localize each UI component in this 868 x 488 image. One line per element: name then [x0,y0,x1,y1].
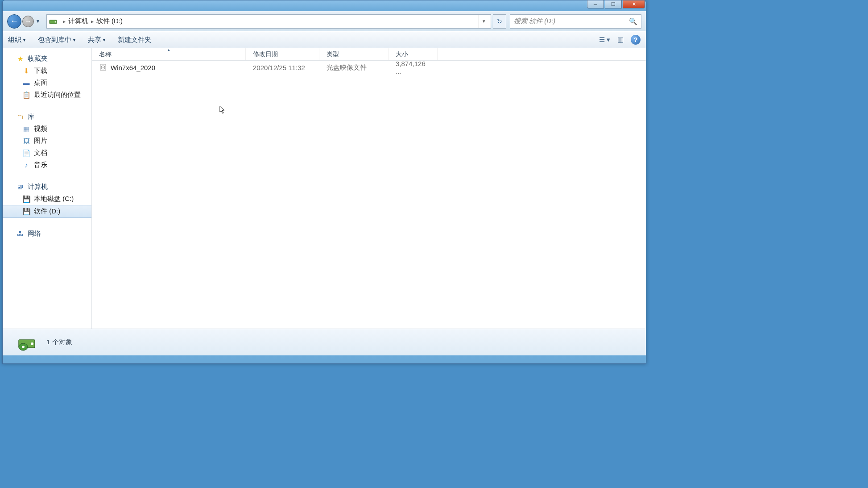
col-type-label: 类型 [327,50,339,58]
search-icon[interactable]: 🔍 [629,17,637,25]
include-label: 包含到库中 [38,36,71,44]
refresh-button[interactable]: ↻ [493,14,506,29]
preview-icon: ▥ [617,36,624,44]
documents-label: 文档 [34,149,47,157]
share-menu[interactable]: 共享 ▾ [88,36,105,44]
svg-point-8 [22,346,25,348]
sidebar-item-computer[interactable]: 🖳 计算机 [3,181,91,193]
svg-point-4 [103,67,103,68]
organize-menu[interactable]: 组织 ▾ [8,36,25,44]
file-list-area[interactable]: 名称 ▴ 修改日期 类型 大小 Win7x64_2020 [92,48,646,329]
sidebar-item-network[interactable]: 🖧 网络 [3,228,91,240]
forward-button[interactable]: → [22,16,34,27]
col-size-label: 大小 [396,50,408,58]
file-size: 3,874,126 ... [396,60,430,75]
column-headers: 名称 ▴ 修改日期 类型 大小 [92,48,646,61]
organize-label: 组织 [8,36,21,44]
include-in-library-menu[interactable]: 包含到库中 ▾ [38,36,75,44]
sidebar-item-music[interactable]: ♪ 音乐 [3,159,91,171]
minimize-button[interactable]: ─ [587,0,604,8]
cursor-icon [219,106,227,115]
sidebar-item-libraries[interactable]: 🗀 库 [3,111,91,123]
status-count: 1 个对象 [46,338,72,346]
search-input[interactable]: 搜索 软件 (D:) 🔍 [510,14,641,29]
computer-group: 🖳 计算机 💾 本地磁盘 (C:) 💾 软件 (D:) [3,181,91,218]
desktop-label: 桌面 [34,79,47,87]
address-separator[interactable]: ▸ [63,18,66,25]
download-icon: ⬇ [22,67,30,75]
maximize-button[interactable]: ☐ [605,0,622,8]
file-date-cell: 2020/12/25 11:32 [246,64,319,71]
favorites-group: ★ 收藏夹 ⬇ 下载 ▬ 桌面 📋 最近访问的位置 [3,53,91,101]
column-name[interactable]: 名称 ▴ [92,48,246,60]
address-segment-computer[interactable]: 计算机 [68,17,88,25]
view-mode-button[interactable]: ☰ ▾ [599,36,610,44]
video-icon: ▦ [22,125,30,133]
window-controls: ─ ☐ ✕ [587,0,645,8]
sidebar-item-documents[interactable]: 📄 文档 [3,147,91,159]
sidebar-item-videos[interactable]: ▦ 视频 [3,123,91,135]
videos-label: 视频 [34,125,47,133]
column-size[interactable]: 大小 [389,48,438,60]
pictures-icon: 🖼 [22,137,30,145]
computer-label: 计算机 [28,183,48,191]
downloads-label: 下载 [34,67,47,75]
svg-point-6 [31,342,33,345]
network-icon: 🖧 [16,230,24,238]
column-date[interactable]: 修改日期 [246,48,319,60]
nav-buttons: ← → ▼ [7,14,41,29]
chevron-down-icon: ▾ [607,36,610,44]
file-name-cell: Win7x64_2020 [92,63,246,71]
drive-icon [49,17,58,26]
help-button[interactable]: ? [631,35,641,45]
documents-icon: 📄 [22,149,30,157]
address-bar[interactable]: ▸ 计算机 ▸ 软件 (D:) ▾ [46,14,491,29]
new-folder-button[interactable]: 新建文件夹 [118,36,151,44]
nav-history-dropdown[interactable]: ▼ [35,19,41,24]
column-type[interactable]: 类型 [319,48,389,60]
iso-file-icon [99,63,107,71]
preview-pane-button[interactable]: ▥ [617,36,624,44]
file-name: Win7x64_2020 [111,64,155,71]
computer-icon: 🖳 [16,183,24,191]
titlebar[interactable]: ─ ☐ ✕ [3,0,646,11]
sidebar-item-favorites[interactable]: ★ 收藏夹 [3,53,91,65]
svg-point-1 [54,21,56,22]
col-date-label: 修改日期 [253,50,278,58]
close-button[interactable]: ✕ [623,0,645,8]
star-icon: ★ [16,55,24,63]
toolbar: 组织 ▾ 包含到库中 ▾ 共享 ▾ 新建文件夹 ☰ ▾ ▥ ? [3,31,646,48]
address-separator[interactable]: ▸ [91,18,94,25]
back-button[interactable]: ← [7,14,21,29]
sidebar-item-desktop[interactable]: ▬ 桌面 [3,77,91,89]
address-dropdown[interactable]: ▾ [479,15,489,28]
desktop-icon: ▬ [22,79,30,87]
libraries-icon: 🗀 [16,113,24,121]
file-size-cell: 3,874,126 ... [389,60,438,75]
file-row[interactable]: Win7x64_2020 2020/12/25 11:32 光盘映像文件 3,8… [92,61,646,74]
drive-c-label: 本地磁盘 (C:) [34,195,74,203]
address-segment-drive[interactable]: 软件 (D:) [96,17,123,25]
sidebar-item-drive-d[interactable]: 💾 软件 (D:) [3,205,91,218]
network-group: 🖧 网络 [3,228,91,240]
drive-d-label: 软件 (D:) [34,207,60,216]
share-label: 共享 [88,36,101,44]
sidebar-item-drive-c[interactable]: 💾 本地磁盘 (C:) [3,193,91,205]
music-label: 音乐 [34,161,47,169]
drive-icon: 💾 [22,208,30,216]
toolbar-right: ☰ ▾ ▥ ? [599,35,641,45]
explorer-window: ─ ☐ ✕ ← → ▼ ▸ 计算机 ▸ 软件 (D:) ▾ ↻ 搜索 软件 (D… [2,0,646,364]
chevron-down-icon: ▾ [103,38,105,42]
navigation-pane: ★ 收藏夹 ⬇ 下载 ▬ 桌面 📋 最近访问的位置 🗀 [3,48,92,329]
pictures-label: 图片 [34,137,47,145]
drive-large-icon [16,332,37,353]
sidebar-item-pictures[interactable]: 🖼 图片 [3,135,91,147]
sidebar-item-recent[interactable]: 📋 最近访问的位置 [3,89,91,101]
recent-label: 最近访问的位置 [34,91,81,99]
new-folder-label: 新建文件夹 [118,36,151,44]
file-type-cell: 光盘映像文件 [319,63,389,72]
recent-icon: 📋 [22,91,30,99]
file-date: 2020/12/25 11:32 [253,64,305,71]
sidebar-item-downloads[interactable]: ⬇ 下载 [3,65,91,77]
music-icon: ♪ [22,161,30,169]
